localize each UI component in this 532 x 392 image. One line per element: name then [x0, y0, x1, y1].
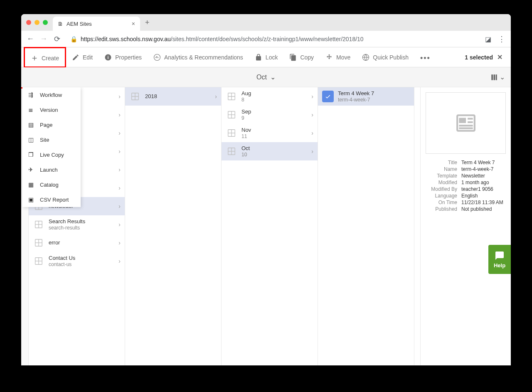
- detail-row: LanguageEnglish: [426, 193, 506, 199]
- item-name: 9: [241, 115, 307, 121]
- browser-tab[interactable]: 🗎 AEM Sites ×: [53, 17, 140, 31]
- chevron-right-icon: ›: [311, 130, 313, 136]
- detail-value: Not published: [461, 206, 506, 212]
- url-field[interactable]: 🔒 https://edit.sws.schools.nsw.gov.au/si…: [66, 36, 480, 42]
- create-label: Create: [42, 55, 59, 62]
- new-tab-button[interactable]: +: [145, 18, 150, 27]
- create-menu: ⇶Workflow ≣Version ▤Page ◫Site ❐Live Cop…: [22, 87, 81, 207]
- plus-icon: [31, 54, 38, 62]
- detail-value: teacher1 9056: [461, 186, 506, 192]
- extension-icon[interactable]: ◪: [485, 35, 493, 43]
- item-title: Nov: [241, 127, 307, 133]
- chat-icon: [495, 251, 505, 261]
- menu-live-copy[interactable]: ❐Live Copy: [22, 147, 81, 162]
- page-icon: [33, 255, 44, 267]
- page-thumbnail: [426, 92, 506, 154]
- breadcrumb-label: Oct: [256, 74, 267, 81]
- action-bar: Create Edit i Properties Analytics & Rec…: [21, 47, 511, 67]
- page-icon: [129, 91, 141, 102]
- detail-label: Language: [426, 193, 461, 199]
- page-icon: ▤: [28, 121, 35, 128]
- detail-value: English: [461, 193, 506, 199]
- edit-button[interactable]: Edit: [66, 47, 99, 67]
- menu-site[interactable]: ◫Site: [22, 132, 81, 147]
- quick-publish-button[interactable]: Quick Publish: [356, 47, 414, 67]
- pencil-icon: [72, 54, 79, 61]
- url-domain: https://edit.sws.schools.nsw.gov.au: [81, 36, 171, 42]
- detail-label: Published: [426, 206, 461, 212]
- chevron-right-icon: ›: [118, 148, 121, 155]
- detail-value: 1 month ago: [461, 180, 506, 185]
- copy-button[interactable]: Copy: [283, 47, 320, 67]
- back-button[interactable]: ←: [26, 35, 34, 43]
- view-switcher[interactable]: ⌄: [490, 73, 505, 81]
- properties-button[interactable]: i Properties: [99, 47, 148, 67]
- item-name: contact-us: [49, 261, 114, 267]
- svg-rect-52: [468, 121, 473, 123]
- browser-window: 🗎 AEM Sites × + ← → ⟳ 🔒 https://edit.sws…: [21, 14, 511, 365]
- menu-workflow[interactable]: ⇶Workflow: [22, 87, 81, 102]
- list-item[interactable]: Search Resultssearch-results›: [29, 215, 125, 234]
- chevron-right-icon: ›: [118, 203, 121, 210]
- traffic-lights: [26, 20, 48, 25]
- selected-label: 1 selected: [465, 54, 493, 61]
- item-title: 2018: [145, 93, 211, 100]
- window-zoom[interactable]: [43, 20, 48, 25]
- item-name: search-results: [49, 225, 114, 231]
- tab-close-icon[interactable]: ×: [132, 20, 135, 27]
- menu-version[interactable]: ≣Version: [22, 102, 81, 117]
- more-icon: •••: [420, 54, 428, 61]
- reload-button[interactable]: ⟳: [53, 35, 61, 44]
- list-item[interactable]: Contact Uscontact-us›: [29, 252, 125, 270]
- list-item[interactable]: Nov11›: [222, 124, 318, 142]
- list-item[interactable]: Aug8›: [222, 87, 318, 106]
- svg-rect-51: [468, 118, 473, 120]
- list-item[interactable]: Term 4 Week 7term-4-week-7: [318, 87, 414, 106]
- browser-menu-icon[interactable]: ⋮: [498, 35, 506, 44]
- detail-value: 11/22/18 11:39 AM: [461, 200, 506, 205]
- svg-text:i: i: [108, 54, 109, 59]
- detail-row: TitleTerm 4 Week 7: [426, 160, 506, 165]
- list-item[interactable]: Oct10›: [222, 142, 318, 160]
- detail-label: On Time: [426, 200, 461, 205]
- breadcrumb-bar: Oct ⌄ ⌄: [21, 67, 511, 87]
- window-minimize[interactable]: [34, 20, 39, 25]
- detail-value: term-4-week-7: [461, 166, 506, 172]
- list-item[interactable]: 2018›: [125, 87, 221, 106]
- catalog-icon: ▦: [28, 181, 35, 188]
- detail-row: TemplateNewsletter: [426, 173, 506, 179]
- create-button[interactable]: Create: [25, 48, 65, 68]
- list-item[interactable]: error›: [29, 234, 125, 252]
- chevron-right-icon: ›: [118, 111, 121, 118]
- create-menu-highlight: ⇶Workflow ≣Version ▤Page ◫Site ❐Live Cop…: [21, 87, 24, 89]
- more-actions-button[interactable]: •••: [414, 47, 433, 67]
- menu-catalog[interactable]: ▦Catalog: [22, 177, 81, 192]
- help-button[interactable]: Help: [488, 245, 511, 274]
- copy-icon: [289, 54, 297, 61]
- selected-check-icon[interactable]: [322, 91, 334, 102]
- chevron-right-icon: ›: [311, 148, 313, 155]
- deselect-button[interactable]: ✕: [497, 53, 502, 61]
- create-button-highlight: Create: [24, 47, 66, 68]
- chevron-right-icon: ›: [118, 166, 121, 173]
- properties-label: Properties: [115, 54, 142, 61]
- analytics-button[interactable]: Analytics & Recommendations: [148, 47, 249, 67]
- item-name: term-4-week-7: [338, 97, 410, 103]
- breadcrumb[interactable]: Oct ⌄: [256, 73, 276, 81]
- menu-csv[interactable]: ▣CSV Report: [22, 192, 81, 207]
- file-icon: 🗎: [58, 21, 63, 27]
- lock-button[interactable]: Lock: [249, 47, 284, 67]
- item-name: 8: [241, 97, 307, 103]
- item-title: Oct: [241, 145, 307, 152]
- menu-page[interactable]: ▤Page: [22, 117, 81, 132]
- url-path: /sites.html/content/doe/sws/schools/z/z-…: [171, 36, 364, 42]
- chevron-right-icon: ›: [118, 130, 121, 136]
- chevron-right-icon: ›: [311, 111, 313, 118]
- page-icon: [33, 237, 44, 249]
- svg-rect-53: [459, 125, 473, 126]
- move-button[interactable]: Move: [320, 47, 356, 67]
- list-item[interactable]: Sep9›: [222, 106, 318, 124]
- forward-button[interactable]: →: [39, 35, 48, 43]
- menu-launch[interactable]: ✈Launch: [22, 162, 81, 177]
- window-close[interactable]: [26, 20, 31, 25]
